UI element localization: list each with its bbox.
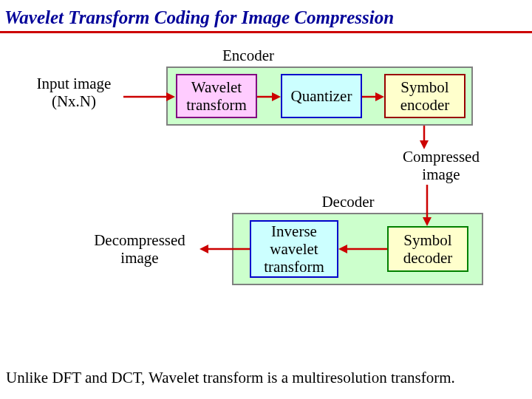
input-image-label: Input image (Nx.N) [22,75,126,110]
arrow-input-to-wavelet [123,91,175,103]
svg-marker-1 [166,92,175,101]
svg-marker-7 [420,140,429,149]
quantizer-block: Quantizer [281,74,362,118]
arrow-compressed-to-decoder [421,185,433,226]
arrow-wavelet-to-quantizer [257,91,281,103]
caption-text: Unlike DFT and DCT, Wavelet transform is… [6,369,526,387]
arrow-inverse-to-output [200,243,250,255]
arrow-symboldec-to-inverse [338,243,387,255]
svg-marker-13 [200,245,208,253]
page-title: Wavelet Transform Coding for Image Compr… [0,0,532,31]
decompressed-image-label: Decompressed image [77,231,202,267]
svg-marker-3 [272,92,281,101]
decoder-heading: Decoder [307,193,389,211]
arrow-encoder-to-compressed [418,126,430,149]
symbol-decoder-block: Symbol decoder [387,226,468,272]
inverse-wavelet-block: Inverse wavelet transform [250,220,338,278]
compressed-image-label: Compressed image [386,148,497,183]
svg-marker-9 [423,217,432,226]
encoder-heading: Encoder [204,47,293,64]
svg-marker-5 [375,92,384,101]
diagram-stage: Encoder Input image (Nx.N) Wavelet trans… [0,33,532,351]
symbol-encoder-block: Symbol encoder [384,74,466,118]
svg-marker-11 [338,245,347,253]
wavelet-transform-block: Wavelet transform [176,74,257,118]
arrow-quantizer-to-symbol [362,91,384,103]
